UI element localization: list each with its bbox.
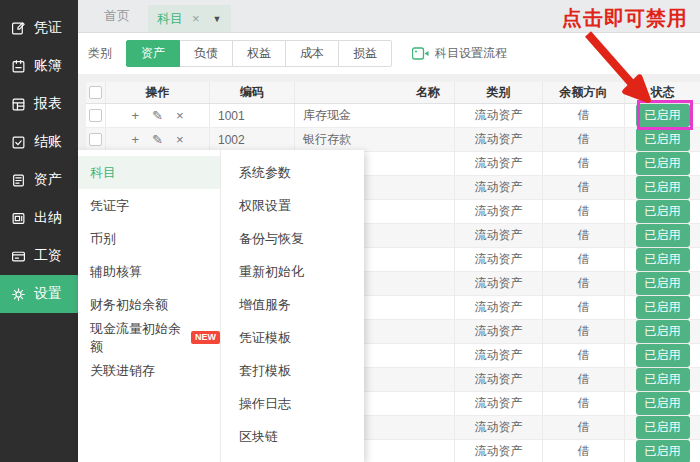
sidebar-item-label: 报表 [34,95,62,113]
category-tab[interactable]: 损益 [338,40,392,67]
row-checkbox[interactable] [89,109,102,122]
category-tab[interactable]: 成本 [285,40,339,67]
cell-direction: 借 [543,416,625,439]
report-icon [11,97,26,112]
sidebar-item-ledger[interactable]: 账簿 [0,47,78,85]
closing-icon [11,135,26,150]
status-button[interactable]: 已启用 [636,200,690,223]
col-actions: 操作 [106,82,210,103]
cell-direction: 借 [543,392,625,415]
select-all-checkbox[interactable] [89,86,102,99]
settings-flyout-menu: 科目 凭证字 币别 辅助核算 财务初始余额 现金流量初始余额 NEW 关联进销存… [78,150,364,462]
cell-category: 流动资产 [455,320,543,343]
cell-direction: 借 [543,248,625,271]
row-checkbox[interactable] [89,133,102,146]
settings-menu-item[interactable]: 辅助核算 [78,255,220,288]
asset-icon [11,173,26,188]
category-tab[interactable]: 负债 [179,40,233,67]
table-row: + ✎ × 1002 银行存款 流动资产 借 已启用 [86,128,700,152]
edit-icon[interactable]: ✎ [152,109,163,122]
settings-menu-item[interactable]: 凭证模板 [221,321,364,354]
status-button[interactable]: 已启用 [636,296,690,319]
status-button[interactable]: 已启用 [636,392,690,415]
tab-home[interactable]: 首页 [86,0,148,32]
settings-menu-item[interactable]: 区块链 [221,420,364,453]
delete-icon[interactable]: × [176,109,184,122]
cell-category: 流动资产 [455,272,543,295]
edit-icon[interactable]: ✎ [152,133,163,146]
settings-icon [11,287,26,302]
status-button[interactable]: 已启用 [636,176,690,199]
settings-menu-item[interactable]: 备份与恢复 [221,222,364,255]
cell-name: 库存现金 [295,104,455,127]
settings-menu-item[interactable]: 操作日志 [221,387,364,420]
subject-setup-flow-link[interactable]: 科目设置流程 [412,45,507,62]
delete-icon[interactable]: × [176,133,184,146]
cell-category: 流动资产 [455,224,543,247]
subject-setup-flow-label: 科目设置流程 [435,45,507,62]
cell-category: 流动资产 [455,200,543,223]
cell-direction: 借 [543,344,625,367]
tab-subjects[interactable]: 科目 × ▼ [148,5,231,32]
settings-menu-item[interactable]: 现金流量初始余额 NEW [78,321,220,354]
cell-category: 流动资产 [455,248,543,271]
sidebar-item-payroll[interactable]: 工资 [0,237,78,275]
cell-direction: 借 [543,176,625,199]
voucher-icon [11,21,26,36]
category-tab[interactable]: 权益 [232,40,286,67]
status-button[interactable]: 已启用 [636,440,690,462]
settings-menu-column-1: 科目 凭证字 币别 辅助核算 财务初始余额 现金流量初始余额 NEW 关联进销存 [78,150,221,462]
cell-category: 流动资产 [455,296,543,319]
chevron-down-icon[interactable]: ▼ [213,14,222,24]
sidebar-item-label: 账簿 [34,57,62,75]
category-button-group: 资产 负债 权益 成本 损益 [126,40,392,67]
settings-menu-item[interactable]: 关联进销存 [78,354,220,387]
cell-direction: 借 [543,200,625,223]
cell-category: 流动资产 [455,104,543,127]
settings-menu-item[interactable]: 财务初始余额 [78,288,220,321]
settings-menu-item[interactable]: 币别 [78,222,220,255]
status-button[interactable]: 已启用 [636,128,690,151]
cell-direction: 借 [543,224,625,247]
col-category: 类别 [455,82,543,103]
annotation-text: 点击即可禁用 [562,5,688,32]
status-button[interactable]: 已启用 [636,248,690,271]
status-button[interactable]: 已启用 [636,272,690,295]
cell-category: 流动资产 [455,392,543,415]
settings-menu-item[interactable]: 权限设置 [221,189,364,222]
cell-direction: 借 [543,152,625,175]
sidebar-item-settings[interactable]: 设置 [0,275,78,313]
cell-code: 1001 [210,104,295,127]
status-button[interactable]: 已启用 [636,320,690,343]
add-icon[interactable]: + [131,109,139,122]
sidebar-item-cashier[interactable]: 出纳 [0,199,78,237]
settings-menu-column-2: 系统参数 权限设置 备份与恢复 重新初始化 增值服务 凭证模板 套打模板 操作日… [221,150,364,462]
sidebar-item-label: 设置 [34,285,62,303]
status-button[interactable]: 已启用 [636,152,690,175]
col-status: 状态 [625,82,700,103]
settings-menu-item[interactable]: 凭证字 [78,189,220,222]
sidebar-item-asset[interactable]: 资产 [0,161,78,199]
sidebar-item-closing[interactable]: 结账 [0,123,78,161]
sidebar-item-report[interactable]: 报表 [0,85,78,123]
sidebar-item-voucher[interactable]: 凭证 [0,9,78,47]
status-button[interactable]: 已启用 [636,368,690,391]
cell-direction: 借 [543,128,625,151]
settings-menu-item[interactable]: 系统参数 [221,156,364,189]
sidebar-item-label: 凭证 [34,19,62,37]
category-tab[interactable]: 资产 [126,40,180,67]
settings-menu-item[interactable]: 科目 [78,156,220,189]
status-button[interactable]: 已启用 [636,224,690,247]
close-icon[interactable]: × [192,11,200,26]
sidebar: 凭证 账簿 报表 结账 资产 出纳 工资 设置 [0,0,78,462]
status-button[interactable]: 已启用 [636,104,690,127]
settings-menu-item[interactable]: 重新初始化 [221,255,364,288]
tab-subjects-label: 科目 [157,10,183,28]
add-icon[interactable]: + [131,133,139,146]
settings-menu-item[interactable]: 增值服务 [221,288,364,321]
settings-menu-item[interactable]: 套打模板 [221,354,364,387]
status-button[interactable]: 已启用 [636,344,690,367]
sidebar-item-label: 工资 [34,247,62,265]
status-button[interactable]: 已启用 [636,416,690,439]
category-filter-label: 类别 [88,45,112,62]
